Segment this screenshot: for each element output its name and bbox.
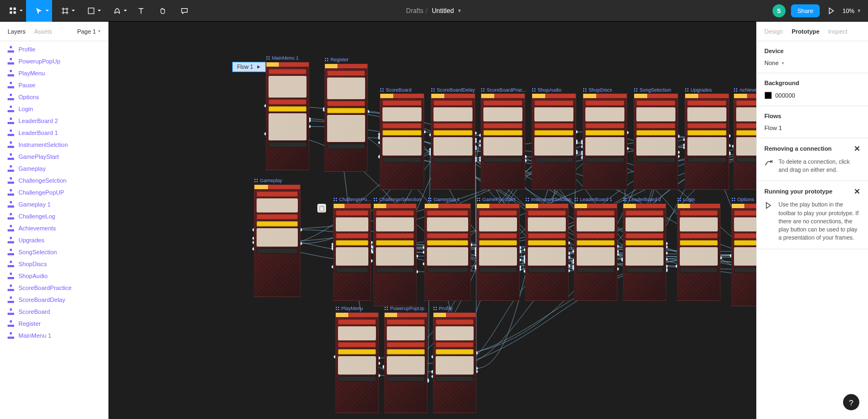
frame-label[interactable]: Gameplay	[254, 178, 282, 183]
layer-item[interactable]: MainMenu 1	[0, 330, 108, 341]
page-selector[interactable]: Page 1 ▾	[77, 28, 100, 35]
frame-label[interactable]: Upgrades	[685, 87, 712, 93]
background-color-control[interactable]: 000000	[764, 92, 860, 99]
layer-item[interactable]: Register	[0, 318, 108, 330]
frame-label[interactable]: ChallengePo...	[333, 197, 371, 202]
prototype-frame[interactable]	[254, 184, 301, 297]
close-icon[interactable]: ✕	[854, 145, 860, 152]
tab-inspect[interactable]: Inspect	[828, 28, 847, 35]
flow-item[interactable]: Flow 1	[764, 125, 860, 131]
layer-item[interactable]: ScoreBoard	[0, 306, 108, 318]
frame-label[interactable]: ScoreBoardDelay	[431, 87, 475, 93]
prototype-frame[interactable]	[324, 63, 368, 172]
layer-item[interactable]: PowerupPopUp	[0, 55, 108, 67]
move-tool[interactable]	[26, 0, 52, 22]
frame-label[interactable]: PowerupPopUp	[384, 306, 424, 311]
frame-label[interactable]: GamePlayStart	[476, 197, 515, 202]
prototype-frame[interactable]	[481, 93, 525, 190]
layer-item[interactable]: ChallengePopUP	[0, 186, 108, 198]
prototype-frame[interactable]	[431, 93, 475, 190]
prototype-frame[interactable]	[733, 93, 756, 190]
zoom-control[interactable]: 10% ▼	[843, 8, 861, 14]
frame-label[interactable]: PlayMenu	[335, 306, 363, 311]
layer-item[interactable]: SongSelection	[0, 246, 108, 258]
frame-label[interactable]: MainMenu 1	[266, 55, 299, 61]
frame-label[interactable]: Login	[677, 197, 695, 202]
hand-tool[interactable]	[152, 0, 174, 22]
file-breadcrumb[interactable]: Drafts / Untitled ▼	[406, 7, 462, 15]
prototype-frame[interactable]	[583, 93, 627, 190]
layer-item[interactable]: ShopAudio	[0, 270, 108, 282]
frame-label[interactable]: ShopDiscs	[583, 87, 612, 93]
layer-item[interactable]: ChallengeSelction	[0, 175, 108, 186]
close-icon[interactable]: ✕	[854, 188, 860, 195]
layer-item[interactable]: Options	[0, 91, 108, 103]
layer-item[interactable]: Pause	[0, 79, 108, 91]
layer-item[interactable]: InstrumentSelction	[0, 139, 108, 151]
canvas[interactable]: Flow 1 ✕ ✕ 📋 📋 🔗 MainMenu 1RegisterScore…	[108, 22, 756, 419]
tab-design[interactable]: Design	[764, 28, 783, 35]
frame-label[interactable]: ScoreBoard	[380, 87, 412, 93]
frame-label[interactable]: Profile	[433, 306, 453, 311]
layer-item[interactable]: Upgrades	[0, 234, 108, 246]
layer-item[interactable]: GamePlayStart	[0, 151, 108, 163]
layer-item[interactable]: ChallengeLog	[0, 210, 108, 222]
prototype-frame[interactable]	[333, 203, 371, 301]
layer-item[interactable]: Login	[0, 103, 108, 115]
prototype-frame[interactable]	[677, 203, 720, 301]
layer-item[interactable]: PlayMenu	[0, 67, 108, 79]
prototype-frame[interactable]	[380, 93, 424, 190]
layer-item[interactable]: LeaderBoard 1	[0, 127, 108, 139]
prototype-frame[interactable]	[532, 93, 576, 190]
tab-prototype[interactable]: Prototype	[792, 28, 819, 35]
layer-item[interactable]: LeaderBoard 2	[0, 115, 108, 127]
frame-label[interactable]: Register	[324, 57, 349, 62]
avatar[interactable]: S	[773, 4, 786, 17]
tab-layers[interactable]: Layers	[8, 28, 25, 35]
frame-label[interactable]: ScoreBoardPrac...	[481, 87, 527, 93]
prototype-frame[interactable]	[373, 203, 417, 306]
layer-item[interactable]: ScoreBoardPractice	[0, 282, 108, 294]
layer-item[interactable]: Gameplay	[0, 163, 108, 175]
layer-item[interactable]: Achievements	[0, 222, 108, 234]
frame-label[interactable]: Achievements	[733, 87, 756, 93]
main-menu-button[interactable]	[0, 0, 26, 22]
left-panel-tabs: Layers Assets Page 1 ▾	[0, 22, 108, 41]
prototype-frame[interactable]	[525, 203, 569, 301]
layer-item[interactable]: Gameplay 1	[0, 198, 108, 210]
clipboard-icon[interactable]: 📋	[317, 204, 326, 212]
tab-assets[interactable]: Assets	[34, 28, 52, 35]
prototype-frame[interactable]	[623, 203, 666, 301]
frame-label[interactable]: Gameplay 1	[427, 197, 460, 202]
comment-tool[interactable]	[174, 0, 195, 22]
frame-label[interactable]: SongSelection	[634, 87, 671, 93]
prototype-frame[interactable]	[335, 312, 379, 413]
layer-item[interactable]: Profile	[0, 43, 108, 55]
prototype-frame[interactable]	[433, 312, 476, 413]
frame-tool[interactable]	[52, 0, 78, 22]
prototype-frame[interactable]	[266, 62, 309, 170]
pen-tool[interactable]	[104, 0, 130, 22]
help-fab[interactable]: ?	[843, 394, 859, 410]
prototype-frame[interactable]	[574, 203, 617, 301]
layer-item[interactable]: ShopDiscs	[0, 258, 108, 270]
frame-label[interactable]: LeaderBoard 1	[574, 197, 612, 202]
prototype-frame[interactable]	[476, 203, 520, 301]
frame-label[interactable]: LeaderBoard 2	[623, 197, 661, 202]
prototype-frame[interactable]	[384, 312, 427, 413]
prototype-frame[interactable]	[424, 203, 471, 301]
frame-label[interactable]: ShopAudio	[532, 87, 561, 93]
frame-label[interactable]: InstrumentSelction	[525, 197, 572, 202]
shape-tool[interactable]	[78, 0, 104, 22]
text-tool[interactable]	[130, 0, 152, 22]
present-button[interactable]	[825, 7, 837, 15]
frame-label[interactable]: ChallengeSelection	[373, 197, 422, 202]
device-dropdown[interactable]: None ▾	[764, 60, 860, 66]
share-button[interactable]: Share	[791, 4, 820, 17]
prototype-frame[interactable]	[685, 93, 729, 190]
prototype-frame[interactable]	[731, 203, 756, 306]
layer-item[interactable]: ScoreBoardDelay	[0, 294, 108, 306]
frame-label[interactable]: Options	[731, 197, 754, 202]
prototype-frame[interactable]	[634, 93, 678, 190]
flow-start-badge[interactable]: Flow 1	[232, 62, 266, 72]
